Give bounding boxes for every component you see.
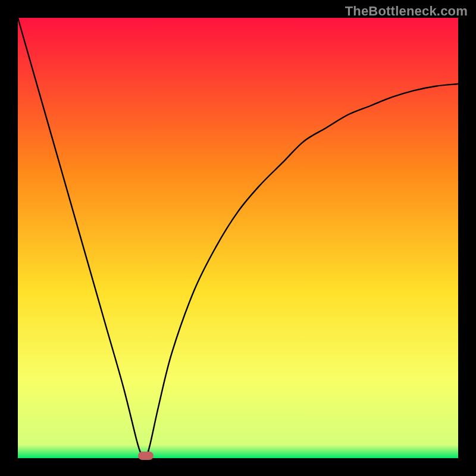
chart-frame: TheBottleneck.com <box>0 0 476 476</box>
bottleneck-curve <box>18 18 458 459</box>
watermark-text: TheBottleneck.com <box>345 4 468 19</box>
curve-layer <box>18 18 458 458</box>
minimum-marker <box>138 452 154 460</box>
